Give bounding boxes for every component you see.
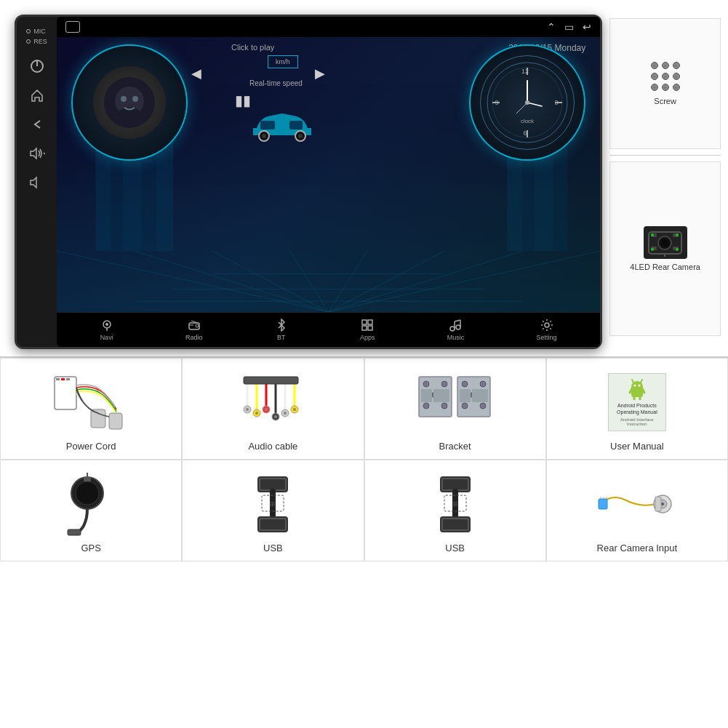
stereo-unit: MIC RES [15,15,602,349]
nav-item-apps[interactable]: Apps [360,319,375,341]
screw-9: + [673,84,680,91]
power-cord-label: Power Cord [66,441,116,452]
home-button[interactable] [25,84,49,107]
svg-point-105 [441,381,447,387]
gps-cell: GPS [0,460,182,561]
gps-image [62,471,120,537]
user-manual-cell: Android ProductsOperating Manual Android… [546,358,728,460]
usb2-image: ⊞ [419,471,492,537]
svg-point-76 [676,248,679,251]
audio-cable-cell: Audio cable [182,358,364,460]
car-image [246,103,319,143]
svg-text:⊞: ⊞ [270,500,276,508]
usb2-cell: ⊞ USB [364,460,546,561]
svg-point-107 [441,403,447,409]
svg-point-34 [298,134,303,138]
svg-point-65 [545,323,549,327]
nav-label-navi: Navi [100,334,113,341]
svg-line-46 [527,103,542,106]
nav-label-music: Music [447,334,465,341]
speed-unit: km/h [276,58,290,65]
usb2-label: USB [445,543,465,553]
nav-item-bt[interactable]: BT [275,319,288,341]
album-art [93,66,166,139]
power-button[interactable] [25,55,49,78]
top-section: MIC RES [0,0,728,356]
nav-label-bt: BT [277,334,286,341]
nav-label-apps: Apps [360,334,375,341]
home-icon [65,21,80,33]
chevron-up-icon: ⌃ [547,21,556,33]
res-dot [26,39,31,44]
mic-label: MIC [33,28,46,35]
mic-dot [26,29,31,33]
rear-camera-input-cell: Rear Camera Input [546,460,728,561]
svg-point-130 [76,481,99,505]
mic-indicator: MIC [26,28,47,35]
settings-icon [540,319,553,332]
screw-4: + [651,73,658,80]
gps-label: GPS [81,543,100,553]
audio-cable-label: Audio cable [248,441,297,452]
svg-text:clock: clock [521,118,535,124]
svg-text:3: 3 [555,99,559,106]
volume-down-button[interactable] [25,171,49,194]
svg-line-47 [516,103,527,113]
svg-point-86 [246,408,249,411]
screw-6: + [673,73,680,80]
prev-track-button[interactable]: ◀ [191,65,201,81]
screw-8: + [662,84,669,91]
screw-7: + [651,84,658,91]
realtime-speed-text: Real-time speed [249,79,303,87]
svg-point-28 [132,96,138,102]
back-button[interactable] [25,113,49,136]
svg-point-95 [274,415,277,418]
svg-rect-118 [472,389,488,402]
svg-point-61 [456,325,460,329]
nav-item-setting[interactable]: Setting [537,319,557,341]
svg-point-53 [196,324,199,327]
bluetooth-icon [275,319,288,332]
bottom-nav: Navi Radio BT [57,312,600,347]
svg-point-27 [121,96,127,102]
svg-line-15 [212,251,328,312]
res-indicator: RES [26,38,47,45]
bracket-cell: Bracket [364,358,546,460]
svg-point-113 [480,381,486,387]
svg-rect-153 [655,497,661,511]
svg-point-122 [638,384,640,386]
svg-line-3 [44,153,45,154]
svg-line-128 [641,380,642,383]
svg-rect-120 [631,388,643,397]
nav-item-radio[interactable]: Radio [185,319,203,341]
camera-image [644,226,687,259]
music-player-circle[interactable] [71,44,188,161]
svg-rect-132 [84,477,91,481]
nav-label-setting: Setting [537,334,557,341]
screw-5: + [662,73,669,80]
volume-up-button[interactable] [25,142,49,165]
svg-point-92 [265,408,268,411]
user-manual-image: Android ProductsOperating Manual Android… [608,369,666,435]
svg-rect-137 [260,519,285,529]
rear-camera-input-image [597,471,677,537]
nav-item-music[interactable]: Music [447,319,465,341]
svg-rect-59 [368,326,372,330]
bracket-image [415,369,495,435]
navi-icon [100,319,113,332]
screw-1: + [651,62,658,69]
right-accessories: + + + + + + + + + Screw [609,15,721,349]
bottom-grid: Power Cord [0,358,728,460]
screw-label: Screw [654,97,676,105]
bottom-grid-row2: GPS ⊞ USB [0,460,728,561]
svg-rect-80 [61,378,65,380]
next-track-button[interactable]: ▶ [315,65,582,81]
svg-point-114 [462,403,468,409]
svg-point-152 [661,503,664,505]
svg-text:9: 9 [495,99,499,106]
svg-point-68 [661,239,668,247]
svg-point-74 [676,233,679,236]
back-icon: ↩ [583,21,591,33]
svg-point-101 [293,408,296,411]
nav-item-navi[interactable]: Navi [100,319,113,341]
